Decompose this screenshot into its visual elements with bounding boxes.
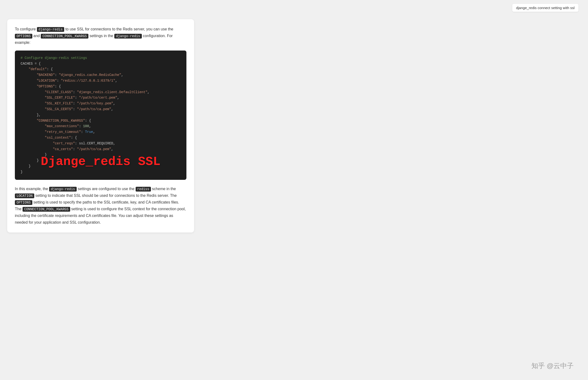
desc-code-django-redis: django-redis — [49, 187, 77, 191]
desc-before1: In this example, the — [15, 187, 49, 191]
intro-code-connection-pool: CONNECTION_POOL_KWARGS — [41, 34, 88, 38]
intro-paragraph: To configure django-redis to use SSL for… — [15, 26, 186, 46]
intro-code-django-redis-1: django-redis — [37, 27, 64, 32]
code-line-4: "LOCATION": "rediss://127.0.0.1:6379/1", — [20, 78, 181, 84]
code-line-16: "ca_certs": "/path/to/ca.pem", — [20, 147, 181, 152]
code-line-9: "SSL_CA_CERTS": "/path/to/ca.pem", — [20, 107, 181, 112]
code-line-6: "CLIENT_CLASS": "django_redis.client.Def… — [20, 90, 181, 95]
search-text: djange_redis connect setting with ssl — [516, 6, 575, 10]
code-line-3: "BACKEND": "django_redis.cache.RedisCach… — [20, 72, 181, 78]
code-line-18: } — [20, 158, 181, 164]
intro-code-options: OPTIONS — [15, 34, 32, 38]
intro-text-after1: to use SSL for connections to the Redis … — [64, 27, 173, 31]
code-line-10: }, — [20, 112, 181, 118]
intro-code-django-redis-2: django-redis — [114, 34, 142, 38]
code-line-15: "cert_reqs": ssl.CERT_REQUIRED, — [20, 141, 181, 147]
desc-code-connection-pool: CONNECTION_POOL_KWARGS — [22, 207, 70, 212]
code-line-20: } — [20, 169, 181, 175]
desc-after1: settings are configured to use the — [77, 187, 135, 191]
code-block: # Configure django-redis settings CACHES… — [15, 51, 186, 180]
zhihu-watermark: 知乎 @云中子 — [531, 361, 574, 370]
intro-text-before1: To configure — [15, 27, 37, 31]
code-line-13: "retry_on_timeout": True, — [20, 129, 181, 135]
desc-code-location: LOCATION — [15, 193, 34, 198]
page-wrapper: djange_redis connect setting with ssl To… — [0, 0, 588, 242]
intro-settings-text: settings in the — [88, 34, 114, 38]
desc-code-rediss: rediss — [136, 187, 151, 191]
search-bar[interactable]: djange_redis connect setting with ssl — [512, 4, 578, 12]
code-line-17: } — [20, 152, 181, 158]
code-line-1: CACHES = { — [20, 61, 181, 67]
desc-after3: setting to indicate that SSL should be u… — [34, 193, 176, 198]
code-line-19: } — [20, 164, 181, 169]
description-paragraph: In this example, the django-redis settin… — [15, 186, 186, 226]
code-line-11: "CONNECTION_POOL_KWARGS": { — [20, 118, 181, 124]
desc-after2: scheme in the — [151, 187, 176, 191]
code-line-2: "default": { — [20, 67, 181, 72]
code-line-8: "SSL_KEY_FILE": "/path/to/key.pem", — [20, 101, 181, 107]
desc-code-options: OPTIONS — [15, 200, 32, 205]
code-line-14: "ssl_context": { — [20, 135, 181, 141]
content-card: To configure django-redis to use SSL for… — [7, 19, 194, 232]
intro-and: and — [32, 34, 41, 38]
code-line-5: "OPTIONS": { — [20, 84, 181, 90]
code-line-12: "max_connections": 100, — [20, 124, 181, 129]
code-comment: # Configure django-redis settings — [20, 55, 181, 61]
code-line-7: "SSL_CERT_FILE": "/path/to/cert.pem", — [20, 95, 181, 101]
